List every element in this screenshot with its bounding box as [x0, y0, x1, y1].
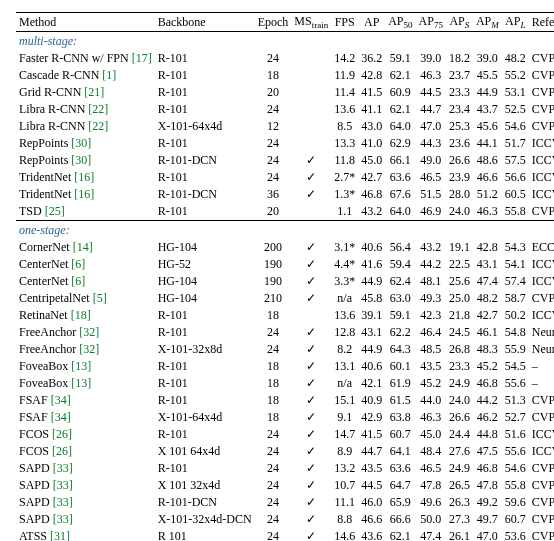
citation-link[interactable]: [33] — [53, 461, 73, 475]
backbone-cell: X-101-64x4d — [155, 409, 255, 426]
citation-link[interactable]: [34] — [51, 410, 71, 424]
citation-link[interactable]: [31] — [50, 529, 70, 541]
aps-cell: 26.6 — [446, 409, 473, 426]
backbone-cell: R-101 — [155, 203, 255, 221]
ap-cell: 42.1 — [358, 375, 385, 392]
fps-cell: 8.5 — [331, 118, 358, 135]
citation-link[interactable]: [26] — [52, 444, 72, 458]
ref-cell: ECCV18 — [529, 239, 554, 256]
epoch-cell: 24 — [255, 443, 292, 460]
ap50-cell: 63.8 — [385, 409, 415, 426]
apl-cell: 55.2 — [502, 67, 529, 84]
citation-link[interactable]: [30] — [71, 136, 91, 150]
citation-link[interactable]: [30] — [71, 153, 91, 167]
ref-cell: ICCV19 — [529, 135, 554, 152]
ref-cell: CVPR18 — [529, 67, 554, 84]
ap75-cell: 49.6 — [416, 494, 446, 511]
ref-cell: CVPR19 — [529, 84, 554, 101]
apl-cell: 57.5 — [502, 152, 529, 169]
ms-cell — [291, 135, 331, 152]
section-header: multi-stage: — [16, 32, 554, 51]
citation-link[interactable]: [22] — [88, 102, 108, 116]
table-row: FreeAnchor [32]X-101-32x8d24✓8.244.964.3… — [16, 341, 554, 358]
ref-cell: CVPR20 — [529, 511, 554, 528]
aps-cell: 24.5 — [446, 324, 473, 341]
ap-cell: 39.1 — [358, 307, 385, 324]
backbone-cell: X-101-64x4d — [155, 118, 255, 135]
citation-link[interactable]: [1] — [102, 68, 116, 82]
citation-link[interactable]: [25] — [45, 204, 65, 218]
citation-link[interactable]: [26] — [52, 427, 72, 441]
fps-cell: 11.8 — [331, 152, 358, 169]
citation-link[interactable]: [33] — [53, 478, 73, 492]
ms-cell: ✓ — [291, 443, 331, 460]
citation-link[interactable]: [33] — [53, 512, 73, 526]
ap75-cell: 45.2 — [416, 375, 446, 392]
citation-link[interactable]: [16] — [74, 170, 94, 184]
ap-cell: 41.1 — [358, 101, 385, 118]
apl-cell: 54.5 — [502, 358, 529, 375]
method-cell: SAPD [33] — [16, 511, 155, 528]
apm-cell: 48.6 — [473, 152, 502, 169]
ap75-cell: 46.5 — [416, 169, 446, 186]
apm-cell: 49.7 — [473, 511, 502, 528]
ref-cell: ICCV17 — [529, 307, 554, 324]
col-ap75: AP75 — [419, 14, 443, 28]
ap50-cell: 62.1 — [385, 528, 415, 541]
apm-cell: 49.2 — [473, 494, 502, 511]
citation-link[interactable]: [33] — [53, 495, 73, 509]
backbone-cell: HG-104 — [155, 273, 255, 290]
citation-link[interactable]: [6] — [71, 257, 85, 271]
apl-cell: 52.7 — [502, 409, 529, 426]
citation-link[interactable]: [16] — [74, 187, 94, 201]
table-row: Grid R-CNN [21]R-1012011.441.560.944.523… — [16, 84, 554, 101]
ap75-cell: 48.4 — [416, 443, 446, 460]
aps-cell: 26.8 — [446, 341, 473, 358]
ref-cell: – — [529, 358, 554, 375]
citation-link[interactable]: [14] — [73, 240, 93, 254]
apl-cell: 48.2 — [502, 50, 529, 67]
ap50-cell: 64.3 — [385, 341, 415, 358]
citation-link[interactable]: [34] — [51, 393, 71, 407]
citation-link[interactable]: [18] — [71, 308, 91, 322]
citation-link[interactable]: [6] — [71, 274, 85, 288]
ap75-cell: 44.2 — [416, 256, 446, 273]
apl-cell: 52.5 — [502, 101, 529, 118]
citation-link[interactable]: [32] — [79, 325, 99, 339]
fps-cell: 8.9 — [331, 443, 358, 460]
ref-cell: ICCV19 — [529, 273, 554, 290]
apl-cell: 54.1 — [502, 256, 529, 273]
ap-cell: 46.6 — [358, 511, 385, 528]
citation-link[interactable]: [21] — [84, 85, 104, 99]
ms-cell: ✓ — [291, 341, 331, 358]
apl-cell: 51.7 — [502, 135, 529, 152]
citation-link[interactable]: [22] — [88, 119, 108, 133]
method-cell: RetinaNet [18] — [16, 307, 155, 324]
aps-cell: 25.3 — [446, 118, 473, 135]
apm-cell: 48.2 — [473, 290, 502, 307]
citation-link[interactable]: [32] — [79, 342, 99, 356]
apm-cell: 47.0 — [473, 528, 502, 541]
fps-cell: 13.6 — [331, 101, 358, 118]
backbone-cell: X-101-32x4d-DCN — [155, 511, 255, 528]
backbone-cell: X 101 64x4d — [155, 443, 255, 460]
ms-cell: ✓ — [291, 256, 331, 273]
apl-cell: 55.6 — [502, 443, 529, 460]
citation-link[interactable]: [13] — [71, 376, 91, 390]
backbone-cell: R-101 — [155, 135, 255, 152]
table-row: CentripetalNet [5]HG-104210✓n/a45.863.04… — [16, 290, 554, 307]
ap50-cell: 63.0 — [385, 290, 415, 307]
backbone-cell: R-101 — [155, 324, 255, 341]
ref-cell: CVPR20 — [529, 477, 554, 494]
ap50-cell: 64.7 — [385, 477, 415, 494]
ap-cell: 43.1 — [358, 324, 385, 341]
citation-link[interactable]: [17] — [132, 51, 152, 65]
citation-link[interactable]: [13] — [71, 359, 91, 373]
citation-link[interactable]: [5] — [93, 291, 107, 305]
ref-cell: CVPR19 — [529, 409, 554, 426]
apm-cell: 46.6 — [473, 169, 502, 186]
method-cell: Cascade R-CNN [1] — [16, 67, 155, 84]
table-row: RepPoints [30]R-1012413.341.062.944.323.… — [16, 135, 554, 152]
ms-cell — [291, 84, 331, 101]
aps-cell: 24.0 — [446, 203, 473, 221]
